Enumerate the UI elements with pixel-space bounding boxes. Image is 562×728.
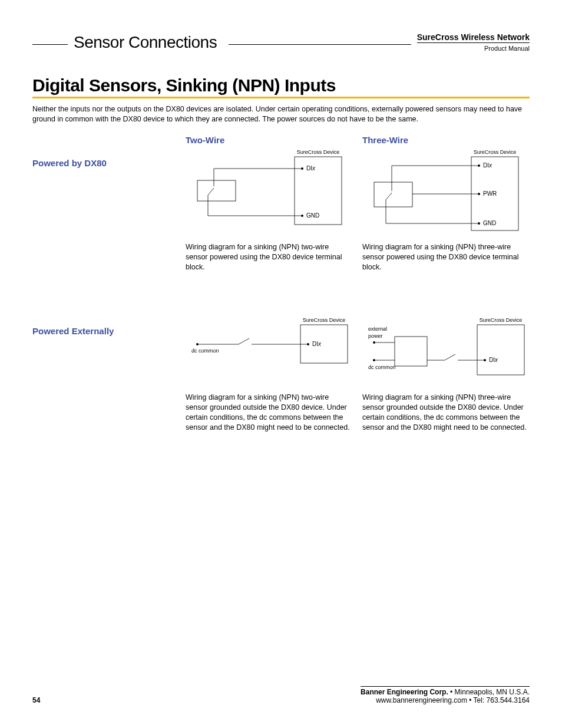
ext-power-2: power bbox=[368, 333, 383, 339]
svg-rect-13 bbox=[374, 182, 412, 207]
svg-text:DIx: DIx bbox=[489, 357, 498, 363]
svg-point-29 bbox=[373, 359, 375, 361]
product-line: SureCross Wireless Network bbox=[417, 32, 530, 43]
powered-externally-heading: Powered Externally bbox=[32, 326, 186, 336]
footer-contact: www.bannerengineering.com • Tel: 763.544… bbox=[376, 696, 530, 704]
device-label: SureCross Device bbox=[474, 149, 517, 155]
svg-rect-25 bbox=[477, 325, 524, 375]
dc-common-label: dc common bbox=[191, 348, 219, 354]
device-label: SureCross Device bbox=[297, 149, 340, 155]
powered-by-dx80-heading: Powered by DX80 bbox=[32, 158, 186, 168]
page-number: 54 bbox=[32, 696, 40, 704]
page-header: Sensor Connections SureCross Wireless Ne… bbox=[32, 32, 530, 52]
dc-common-label: dc common bbox=[368, 364, 396, 370]
dix-suf: x bbox=[488, 162, 492, 169]
diagram-three-wire-dx80: SureCross Device DIx PWR GND bbox=[362, 148, 527, 236]
page-footer: 54 Banner Engineering Corp. • Minneapoli… bbox=[32, 686, 530, 704]
page-title: Digital Sensors, Sinking (NPN) Inputs bbox=[32, 75, 530, 98]
dix-pre: DI bbox=[483, 162, 489, 169]
svg-point-1 bbox=[301, 167, 303, 170]
caption-d: Wiring diagram for a sinking (NPN) three… bbox=[362, 393, 527, 433]
header-rule-mid bbox=[229, 44, 411, 45]
svg-text:DIx: DIx bbox=[306, 165, 316, 172]
pwr-label: PWR bbox=[483, 190, 497, 197]
ext-power-1: external bbox=[368, 326, 387, 332]
svg-line-23 bbox=[239, 338, 249, 344]
svg-point-26 bbox=[484, 359, 486, 361]
svg-point-11 bbox=[478, 193, 480, 195]
svg-rect-30 bbox=[395, 337, 427, 366]
diagram-two-wire-dx80: SureCross Device DIx GND bbox=[186, 148, 351, 236]
dix-pre: DI bbox=[306, 165, 312, 172]
svg-line-34 bbox=[445, 354, 455, 360]
svg-line-15 bbox=[386, 193, 392, 200]
dix-pre: DI bbox=[312, 341, 318, 347]
dix-suf: x bbox=[312, 165, 316, 172]
header-right: SureCross Wireless Network Product Manua… bbox=[417, 32, 530, 52]
header-rule-left bbox=[32, 44, 68, 45]
svg-text:DIx: DIx bbox=[483, 162, 492, 169]
svg-point-21 bbox=[196, 343, 199, 345]
svg-text:DIx: DIx bbox=[312, 341, 322, 347]
section-title: Sensor Connections bbox=[74, 34, 217, 52]
three-wire-heading: Three-Wire bbox=[362, 135, 527, 145]
caption-c: Wiring diagram for a sinking (NPN) two-w… bbox=[186, 393, 351, 433]
svg-point-9 bbox=[478, 164, 480, 167]
caption-b: Wiring diagram for a sinking (NPN) three… bbox=[362, 242, 527, 272]
footer-location: • Minneapolis, MN U.S.A. bbox=[448, 688, 530, 696]
device-label: SureCross Device bbox=[480, 317, 523, 323]
svg-line-6 bbox=[208, 188, 214, 195]
dix-suf: x bbox=[494, 357, 498, 363]
gnd-label: GND bbox=[483, 220, 496, 226]
footer-info: Banner Engineering Corp. • Minneapolis, … bbox=[361, 686, 530, 704]
gnd-label: GND bbox=[306, 212, 319, 219]
svg-point-3 bbox=[301, 215, 303, 217]
diagram-three-wire-ext: SureCross Device DIx external power dc c… bbox=[362, 316, 527, 387]
footer-company: Banner Engineering Corp. bbox=[361, 688, 448, 696]
svg-point-12 bbox=[478, 222, 480, 225]
device-label: SureCross Device bbox=[303, 317, 346, 323]
svg-point-19 bbox=[307, 343, 309, 345]
svg-rect-4 bbox=[197, 180, 236, 201]
dix-suf: x bbox=[318, 341, 322, 347]
diagram-two-wire-ext: SureCross Device DIx dc common bbox=[186, 316, 351, 387]
svg-point-28 bbox=[373, 341, 375, 344]
dix-pre: DI bbox=[489, 357, 495, 363]
intro-paragraph: Neither the inputs nor the outputs on th… bbox=[32, 104, 530, 124]
doc-type: Product Manual bbox=[417, 45, 530, 52]
caption-a: Wiring diagram for a sinking (NPN) two-w… bbox=[186, 242, 351, 272]
two-wire-heading: Two-Wire bbox=[186, 135, 351, 145]
